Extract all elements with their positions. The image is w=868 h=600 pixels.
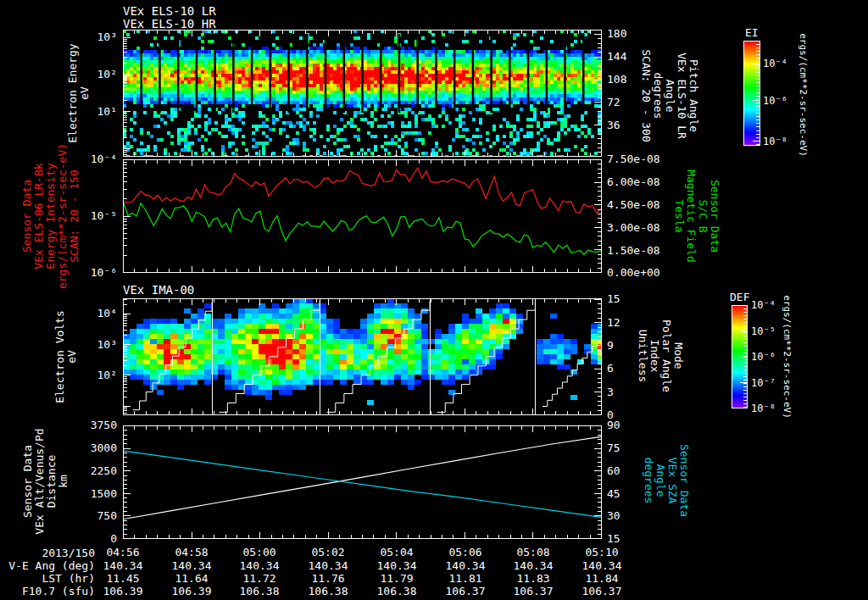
row-value: 106.38 (294, 586, 362, 597)
p2-right-tick: 4.50e-08 (607, 199, 680, 211)
els-spectrogram (123, 30, 602, 157)
time-tick: 05:02 (301, 547, 355, 558)
p2-right-tick: 3.00e-08 (607, 222, 680, 234)
row-label: LST (hr) (0, 573, 95, 585)
def-colorbar-title: DEF (730, 292, 749, 303)
row-value: 140.34 (225, 560, 293, 572)
row-label: F10.7 (sfu) (0, 586, 95, 597)
row-value: 106.37 (568, 586, 636, 597)
row-value: 11.76 (294, 573, 362, 585)
panel3-title: VEx IMA-00 (123, 284, 194, 296)
time-tick: 05:10 (575, 547, 629, 558)
row-value: 140.34 (568, 560, 636, 572)
row-value: 140.34 (431, 560, 499, 572)
time-tick: 04:58 (164, 547, 219, 558)
row-value: 11.79 (363, 573, 431, 585)
row-value: 140.34 (89, 560, 157, 572)
row-value: 11.81 (431, 573, 499, 585)
def-colorbar-tick: 10⁻⁶ (751, 351, 785, 363)
p2-right-axis-label: Sensor DataS/C B Magnetic FieldTesla (673, 144, 721, 288)
row-value: 11.83 (499, 573, 567, 585)
p2-left-axis-label: Sensor DataVEx ELS-06 LR-Bk Energy Inten… (21, 114, 81, 318)
row-value: 140.34 (363, 560, 431, 572)
p4-left-axis-label: Sensor DataVEx Alt/Venus/Pd Distancekm (22, 397, 70, 566)
time-tick: 05:04 (370, 547, 424, 558)
row-value: 106.38 (363, 586, 431, 597)
ei-colorbar-tick: 10⁻⁴ (763, 58, 797, 69)
ima-spectrogram (123, 298, 602, 415)
ei-colorbar-title: EI (745, 27, 759, 39)
def-colorbar (732, 305, 748, 408)
time-tick: 05:06 (438, 547, 492, 558)
def-colorbar-tick: 10⁻⁴ (751, 299, 785, 311)
row-value: 106.38 (225, 586, 293, 597)
row-value: 106.37 (431, 586, 499, 597)
panel1-title-lr: VEx ELS-10 LR (123, 5, 216, 17)
row-value: 11.64 (158, 573, 225, 585)
def-colorbar-tick: 10⁻⁸ (751, 403, 785, 414)
row-value: 106.39 (89, 586, 157, 597)
row-value: 140.34 (294, 560, 362, 572)
row-value: 106.39 (158, 586, 225, 597)
ei-colorbar-tick: 10⁻⁶ (763, 95, 797, 107)
row-value: 106.37 (499, 586, 567, 597)
row-value: 140.34 (158, 560, 225, 572)
orbit-plot (123, 425, 602, 539)
row-value: 140.34 (499, 560, 567, 572)
row-value: 11.72 (225, 573, 293, 585)
p2-right-tick: 6.00e-08 (607, 176, 680, 188)
time-tick: 04:56 (96, 547, 150, 558)
ei-colorbar-tick: 10⁻⁸ (763, 136, 797, 147)
time-tick: 05:08 (506, 547, 560, 558)
intensity-bfield-plot (123, 159, 602, 273)
p4-right-axis-label: Sensor DataVEx SZA Angledegrees (643, 417, 690, 544)
row-label: V-E Ang (deg) (0, 560, 95, 572)
panel1-title-hr: VEx ELS-10 HR (123, 18, 216, 30)
p2-right-tick: 1.50e-08 (607, 245, 680, 257)
date-label: 2013/150 (2, 547, 95, 559)
def-colorbar-tick: 10⁻⁵ (751, 325, 785, 337)
row-value: 11.84 (568, 573, 636, 585)
def-colorbar-tick: 10⁻⁷ (751, 377, 785, 389)
row-value: 11.45 (89, 573, 157, 585)
time-tick: 05:00 (232, 547, 287, 558)
ei-colorbar (743, 41, 760, 146)
def-colorbar-unit: ergs/(cm**2-sr-sec-eV) (781, 281, 793, 433)
p2-right-tick: 0.00e+00 (607, 267, 680, 279)
ei-colorbar-unit: ergs/(cm**2-sr-sec-eV) (797, 19, 809, 171)
p3-right-axis-label: ModePolar Angle IndexUnitless (637, 297, 684, 415)
vex-summary-plot: VEx ELS-10 LR VEx ELS-10 HR VEx IMA-00 1… (0, 0, 868, 600)
